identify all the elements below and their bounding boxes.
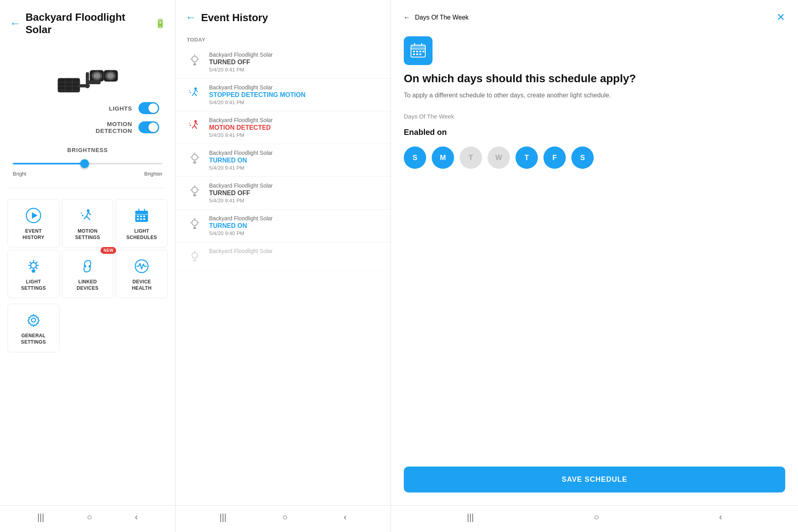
menu-item-light-schedules[interactable]: LIGHTSCHEDULES <box>116 199 168 247</box>
svg-rect-56 <box>193 63 196 65</box>
linked-devices-icon <box>78 257 97 276</box>
day-sunday[interactable]: S <box>404 146 426 169</box>
event-time: 5/4/20 9:40 PM <box>209 230 379 236</box>
svg-point-70 <box>190 125 191 126</box>
brightness-label: BRIGHTNESS <box>13 147 162 153</box>
event-time: 5/4/20 9:41 PM <box>209 67 379 73</box>
svg-line-21 <box>88 212 91 215</box>
event-content: Backyard Floodlight Solar TURNED ON 5/4/… <box>209 215 379 236</box>
event-history-icon <box>24 206 43 225</box>
event-icon-light-off <box>187 183 203 199</box>
nav-home-icon[interactable]: ○ <box>594 512 599 522</box>
nav-menu-icon[interactable]: ||| <box>38 512 44 522</box>
event-item: Backyard Floodlight Solar MOTION DETECTE… <box>176 111 391 144</box>
svg-point-63 <box>190 92 191 93</box>
lights-toggle[interactable] <box>138 102 159 114</box>
nav-home-icon[interactable]: ○ <box>282 512 288 522</box>
event-content: Backyard Floodlight Solar <box>209 248 379 255</box>
svg-line-62 <box>196 90 198 92</box>
svg-line-20 <box>87 216 90 220</box>
divider1 <box>10 188 166 188</box>
days-of-week-panel: ← Days Of The Week ✕ On which days shoul… <box>391 0 798 532</box>
event-device-name: Backyard Floodlight Solar <box>209 215 379 222</box>
event-history-panel: ← Event History TODAY Backyard Floodligh… <box>176 0 391 532</box>
panel2-back-button[interactable]: ← <box>185 11 196 24</box>
panel2-header: ← Event History <box>176 0 391 30</box>
menu-item-linked-devices[interactable]: NEW LINKEDDEVICES <box>62 250 114 298</box>
event-device-name: Backyard Floodlight Solar <box>209 150 379 156</box>
day-friday[interactable]: F <box>543 146 566 169</box>
schedule-description: To apply a different schedule to other d… <box>391 91 798 100</box>
svg-point-23 <box>81 213 82 214</box>
nav-back-icon[interactable]: ‹ <box>344 512 346 522</box>
menu-item-event-history[interactable]: EVENTHISTORY <box>8 199 59 247</box>
svg-point-48 <box>89 265 91 267</box>
nav-back-icon[interactable]: ‹ <box>719 512 722 522</box>
svg-rect-57 <box>194 65 196 65</box>
nav-menu-icon[interactable]: ||| <box>467 512 474 522</box>
panel1-back-button[interactable]: ← <box>10 17 21 30</box>
svg-line-43 <box>36 262 37 263</box>
event-device-name: Backyard Floodlight Solar <box>209 84 379 91</box>
menu-item-light-settings[interactable]: LIGHTSETTINGS <box>8 250 59 298</box>
nav-menu-icon[interactable]: ||| <box>219 512 226 522</box>
brightness-slider[interactable] <box>13 160 162 168</box>
svg-rect-14 <box>89 80 101 84</box>
svg-line-42 <box>36 267 37 269</box>
panel1-header: ← Backyard Floodlight Solar 🔋 <box>0 0 175 42</box>
event-item: Backyard Floodlight Solar <box>176 242 391 271</box>
days-row: S M T W T F S <box>391 146 798 169</box>
svg-line-59 <box>194 90 196 93</box>
day-monday[interactable]: M <box>432 146 454 169</box>
panel3-header: ← Days Of The Week ✕ <box>391 0 798 30</box>
svg-rect-32 <box>143 216 145 217</box>
menu-item-motion-settings[interactable]: MOTIONSETTINGS <box>62 199 114 247</box>
svg-point-79 <box>192 187 198 193</box>
menu-item-device-health[interactable]: DEVICEHEALTH <box>116 250 168 298</box>
svg-point-51 <box>192 56 198 62</box>
menu-item-general-settings[interactable]: GENERALSETTINGS <box>8 304 59 352</box>
svg-point-72 <box>192 154 198 160</box>
svg-point-47 <box>84 265 86 267</box>
panel3-close-button[interactable]: ✕ <box>776 11 785 24</box>
event-icon-motion-stop <box>187 85 203 101</box>
panel1-title: Backyard Floodlight Solar <box>26 11 150 36</box>
svg-rect-85 <box>194 196 196 196</box>
nav-back-icon[interactable]: ‹ <box>135 512 138 522</box>
event-icon-light-on <box>187 150 203 166</box>
main-menu-grid: EVENTHISTORY MOTIONSETTINGS <box>0 192 175 303</box>
save-schedule-button[interactable]: SAVE SCHEDULE <box>404 467 785 492</box>
svg-line-66 <box>194 123 196 126</box>
today-section-label: TODAY <box>176 30 391 46</box>
svg-rect-97 <box>411 45 425 49</box>
event-content: Backyard Floodlight Solar MOTION DETECTE… <box>209 117 379 138</box>
day-thursday[interactable]: T <box>516 146 538 169</box>
svg-rect-107 <box>419 53 421 55</box>
event-item: Backyard Floodlight Solar TURNED OFF 5/4… <box>176 46 391 79</box>
svg-rect-31 <box>140 216 142 217</box>
svg-rect-30 <box>137 216 139 217</box>
day-saturday[interactable]: S <box>571 146 594 169</box>
device-health-icon <box>132 257 151 276</box>
event-device-name: Backyard Floodlight Solar <box>209 51 379 58</box>
day-tuesday[interactable]: T <box>460 146 482 169</box>
event-action: STOPPED DETECTING MOTION <box>209 91 379 99</box>
svg-line-18 <box>87 212 88 216</box>
svg-rect-26 <box>135 213 148 214</box>
event-list: Backyard Floodlight Solar TURNED OFF 5/4… <box>176 46 391 505</box>
event-item: Backyard Floodlight Solar TURNED ON 5/4/… <box>176 144 391 177</box>
enabled-on-label: Enabled on <box>391 128 798 137</box>
event-action: TURNED OFF <box>209 190 379 197</box>
nav-home-icon[interactable]: ○ <box>87 512 92 522</box>
day-wednesday[interactable]: W <box>488 146 510 169</box>
svg-rect-84 <box>193 194 196 196</box>
panel3-back-button[interactable]: ← <box>404 14 410 21</box>
menu-label-light-schedules: LIGHTSCHEDULES <box>126 228 157 241</box>
panel3-bottom-nav: ||| ○ ‹ <box>391 505 798 532</box>
battery-icon: 🔋 <box>155 18 166 29</box>
svg-line-41 <box>30 262 31 263</box>
motion-detection-toggle[interactable] <box>138 121 159 133</box>
new-badge: NEW <box>101 247 116 254</box>
brighter-label: Brighter <box>144 171 162 177</box>
svg-rect-95 <box>193 260 196 261</box>
